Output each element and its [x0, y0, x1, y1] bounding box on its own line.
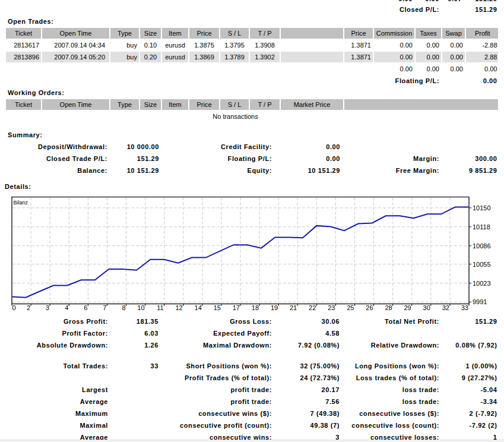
stats-value: 7.56 [275, 396, 341, 407]
open-trades-col-header: S / L [220, 28, 249, 39]
x-tick-label: 22 [309, 304, 316, 311]
open-total-profit: 0.00 [466, 64, 498, 74]
x-tick-label: 8 [122, 304, 125, 311]
x-tick-label: 0 [12, 304, 16, 311]
stats-value: 7.92 (0.08%) [275, 340, 341, 351]
stats-label: loss trade: [343, 396, 441, 407]
open-trades-header-row: TicketOpen TimeTypeSizeItemPriceS / LT /… [6, 28, 498, 39]
open-trade-cell: 2813896 [6, 52, 41, 62]
closed-total-commission: 0.00 [374, 0, 414, 3]
open-total-swap: 0.00 [442, 64, 465, 74]
open-trade-cell: 1.3871 [344, 52, 373, 62]
x-tick-label: 33 [461, 304, 468, 311]
open-trades-col-header [281, 28, 343, 39]
summary-value: 0.00 [281, 153, 343, 164]
open-trade-cell: 0.00 [442, 52, 465, 62]
summary-row: Closed Trade P/L:151.29Floating P/L:0.00… [6, 153, 498, 164]
open-trade-cell [281, 40, 343, 50]
stats-value: 151.29 [442, 316, 498, 327]
stats-label: loss trade: [343, 384, 441, 395]
stats-row: Maximalconsecutive profit (count):49.38 … [6, 420, 498, 431]
stats-label: consecutive profit (count): [161, 420, 274, 431]
working-orders-col-header: Size [140, 99, 161, 110]
open-trade-cell: 0.00 [416, 52, 441, 62]
stats-value [111, 384, 160, 395]
stats-value: 32 (75.00%) [275, 361, 341, 371]
stats-label: Profit Factor: [6, 328, 110, 339]
details-section-title: Details: [5, 182, 499, 192]
stats-blank-cell [6, 352, 498, 359]
closed-totals-row: 0.000.000.07151.29 [6, 0, 498, 3]
open-trades-col-header: Size [140, 28, 161, 39]
stats-row: Total Trades:33Short Positions (won %):3… [6, 361, 498, 371]
summary-label [344, 141, 441, 152]
open-trade-cell: 2007.09.14 04:34 [42, 40, 109, 50]
floating-pl-row: Floating P/L:0.00 [6, 75, 498, 86]
open-trade-cell: 1.3795 [220, 40, 249, 50]
bottom-divider [0, 440, 504, 442]
summary-label: Margin: [344, 153, 441, 164]
working-orders-col-header: Type [110, 99, 139, 110]
working-orders-title-row: Working Orders: [6, 87, 498, 98]
summary-row: Balance:10 151.29Equity:10 151.29Free Ma… [6, 165, 498, 176]
stats-row: Absolute Drawdown:1.26Maximal Drawdown:7… [6, 340, 498, 351]
x-tick-label: 6 [84, 304, 87, 311]
no-transactions-filler [466, 111, 498, 122]
open-trade-row: 28138962007.09.14 05:20buy0.20eurusd1.38… [6, 52, 498, 62]
y-tick-label: 10118 [473, 223, 490, 231]
stats-label: Maximum [6, 408, 110, 419]
working-orders-col-header: Ticket [6, 99, 41, 110]
stats-label: Total Net Profit: [343, 316, 441, 327]
stats-label: Loss trades (% of total): [343, 372, 441, 383]
summary-label: Balance: [6, 165, 109, 176]
open-trade-cell: 1.3869 [189, 52, 219, 62]
x-tick-label: 32 [442, 304, 449, 311]
closed-total-taxes: 0.00 [416, 0, 441, 3]
stats-value: -7.92 (2) [442, 420, 498, 431]
stats-label [343, 328, 441, 339]
open-trade-cell: 1.3902 [250, 52, 280, 62]
summary-value: 10 000.00 [110, 141, 161, 152]
open-trade-cell: 1.3789 [220, 52, 249, 62]
stats-value: 1.26 [111, 340, 160, 351]
open-trades-col-header: Taxes [416, 28, 441, 39]
x-tick-label: 26 [366, 304, 373, 311]
stats-row: Largestprofit trade:20.17loss trade:-5.0… [6, 384, 498, 395]
x-tick-label: 17 [233, 304, 240, 311]
open-trades-col-header: Item [162, 28, 188, 39]
stats-value: 7 (49.38) [275, 408, 341, 419]
stats-value [111, 420, 160, 431]
summary-row: Deposit/Withdrawal:10 000.00Credit Facil… [6, 141, 498, 152]
chart-title: Bilanz [14, 200, 28, 206]
stats-value: 2 (-7.92) [442, 408, 498, 419]
stats-value [111, 408, 160, 419]
summary-label: Equity: [162, 165, 280, 176]
stats-label: Short Positions (won %): [161, 361, 274, 371]
stats-value: -3.34 [442, 396, 498, 407]
open-trades-col-header: Swap [442, 28, 465, 39]
summary-title-row: Summary: [6, 130, 498, 140]
open-trades-col-header: Open Time [42, 28, 109, 39]
working-orders-col-header [344, 99, 498, 110]
open-total-commission: 0.00 [374, 64, 414, 74]
summary-value: 9 851.29 [442, 165, 498, 176]
stats-value: 30.06 [275, 316, 341, 327]
stats-label: Expected Payoff: [161, 328, 274, 339]
stats-label: Gross Loss: [161, 316, 274, 327]
no-transactions-cell: No transactions [6, 111, 465, 122]
statistics-table: Gross Profit:181.35Gross Loss:30.06Total… [5, 315, 499, 442]
working-orders-col-header: Open Time [42, 99, 109, 110]
floating-pl-label: Floating P/L: [6, 75, 441, 86]
stats-label: profit trade: [161, 384, 274, 395]
x-tick-label: 7 [103, 304, 106, 311]
open-trade-cell: -2.88 [466, 40, 498, 50]
open-trade-cell: 0.00 [442, 40, 465, 50]
open-trade-cell: 2007.09.14 05:20 [42, 52, 109, 62]
stats-label: Profit Trades (% of total): [161, 372, 274, 383]
stats-label: profit trade: [161, 396, 274, 407]
open-trades-col-header: Type [110, 28, 139, 39]
open-trade-cell: eurusd [162, 40, 188, 50]
x-tick-label: 11 [157, 304, 163, 311]
working-orders-col-header: Price [189, 99, 219, 110]
x-tick-label: 4 [65, 304, 68, 311]
